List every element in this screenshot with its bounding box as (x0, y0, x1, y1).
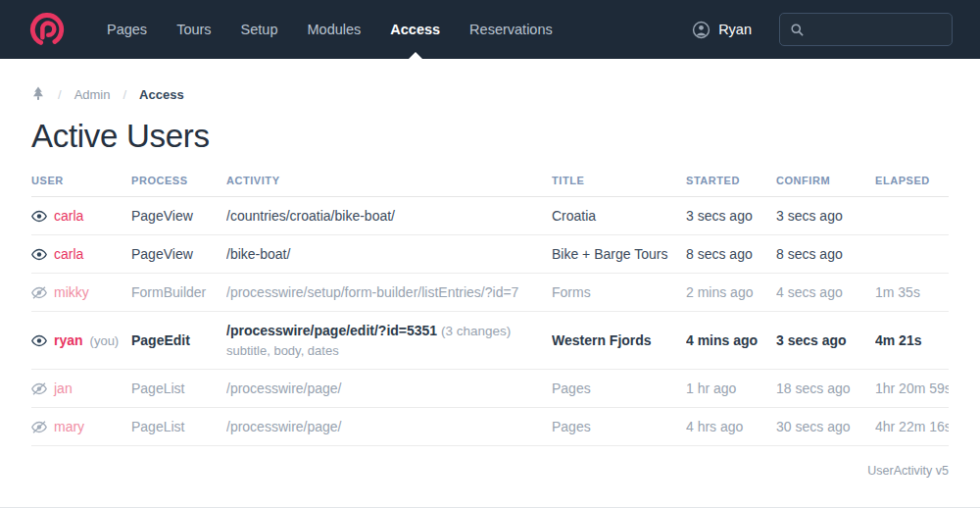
table-row: carla PageView /bike-boat/ Bike + Barge … (31, 235, 949, 274)
user-cell: mary (31, 419, 131, 434)
user-name[interactable]: jan (54, 381, 73, 396)
activity-sub: subtitle, body, dates (226, 343, 542, 358)
breadcrumb-admin[interactable]: Admin (74, 87, 111, 102)
active-users-table: USER PROCESS ACTIVITY TITLE STARTED CONF… (31, 175, 949, 446)
eye-slash-icon (31, 382, 47, 395)
started-cell: 3 secs ago (686, 208, 776, 224)
eye-slash-icon (31, 421, 47, 433)
title-cell: Croatia (552, 208, 686, 224)
activity-cell: /processwire/page/ (226, 419, 552, 434)
elapsed-cell: 4m 21s (875, 332, 949, 348)
top-navbar: Pages Tours Setup Modules Access Reserva… (0, 0, 980, 59)
process-cell: PageEdit (131, 332, 226, 348)
title-cell: Bike + Barge Tours (552, 246, 686, 262)
activity-path: /countries/croatia/bike-boat/ (226, 208, 395, 224)
started-cell: 2 mins ago (686, 284, 776, 300)
eye-slash-icon (31, 286, 47, 299)
process-cell: PageList (131, 419, 226, 434)
nav-item-label: Pages (107, 22, 147, 37)
title-cell: Forms (552, 284, 686, 300)
user-cell: jan (31, 381, 131, 396)
activity-path: /processwire/page/ (226, 381, 342, 396)
confirm-cell: 4 secs ago (776, 284, 875, 300)
title-cell: Pages (552, 419, 686, 434)
page-footer: UserActivity v5 (0, 446, 980, 478)
user-menu[interactable]: Ryan (692, 21, 752, 39)
main-nav: Pages Tours Setup Modules Access Reserva… (92, 0, 567, 59)
nav-item-label: Setup (241, 22, 278, 37)
activity-note: (3 changes) (441, 324, 511, 338)
started-cell: 4 hrs ago (686, 419, 776, 434)
search-input[interactable] (812, 22, 942, 37)
confirm-cell: 18 secs ago (776, 381, 875, 396)
avatar-icon (692, 21, 710, 39)
page-title: Active Users (0, 102, 980, 175)
user-cell: ryan (you) (31, 332, 131, 348)
activity-path: /bike-boat/ (226, 246, 290, 262)
title-cell: Western Fjords (552, 332, 686, 348)
process-cell: PageView (131, 246, 226, 262)
breadcrumb: / Admin / Access (0, 59, 980, 102)
search-box[interactable] (779, 13, 953, 46)
process-cell: FormBuilder (131, 284, 226, 300)
started-cell: 4 mins ago (686, 332, 776, 348)
nav-item-reservations[interactable]: Reservations (455, 0, 567, 59)
nav-item-label: Access (390, 22, 440, 37)
user-cell: carla (31, 208, 131, 224)
col-header-elapsed[interactable]: ELAPSED (875, 175, 949, 186)
breadcrumb-separator: / (122, 87, 126, 102)
elapsed-cell: 1m 35s (875, 284, 949, 300)
process-cell: PageView (131, 208, 226, 224)
started-cell: 8 secs ago (686, 246, 776, 262)
started-cell: 1 hr ago (686, 381, 776, 396)
user-name[interactable]: carla (54, 208, 83, 224)
table-row: mary PageList /processwire/page/ Pages 4… (31, 408, 949, 446)
activity-path: /processwire/page/edit/?id=5351 (226, 323, 437, 338)
activity-path: /processwire/page/ (226, 419, 342, 434)
nav-item-setup[interactable]: Setup (226, 0, 293, 59)
nav-item-tours[interactable]: Tours (162, 0, 225, 59)
table-row: jan PageList /processwire/page/ Pages 1 … (31, 370, 949, 408)
process-cell: PageList (131, 381, 226, 396)
user-cell: carla (31, 246, 131, 262)
confirm-cell: 3 secs ago (776, 332, 875, 348)
col-header-started[interactable]: STARTED (686, 175, 776, 186)
nav-item-label: Reservations (469, 22, 553, 37)
col-header-title[interactable]: TITLE (552, 175, 686, 186)
confirm-cell: 3 secs ago (776, 208, 875, 224)
nav-item-label: Tours (176, 22, 211, 37)
activity-path: /processwire/setup/form-builder/listEntr… (226, 284, 518, 300)
breadcrumb-separator: / (58, 87, 62, 102)
user-name[interactable]: mikky (54, 284, 89, 300)
col-header-confirm[interactable]: CONFIRM (776, 175, 875, 186)
tree-icon[interactable] (31, 86, 45, 102)
confirm-cell: 30 secs ago (776, 419, 875, 434)
nav-item-label: Modules (308, 22, 362, 37)
user-name[interactable]: carla (54, 246, 83, 262)
activity-cell: /processwire/setup/form-builder/listEntr… (226, 284, 552, 300)
processwire-logo-icon[interactable] (29, 11, 67, 48)
elapsed-cell: 4hr 22m 16s (875, 419, 949, 434)
module-version-label: UserActivity v5 (867, 464, 949, 478)
activity-cell: /countries/croatia/bike-boat/ (226, 208, 552, 224)
table-row: mikky FormBuilder /processwire/setup/for… (31, 274, 949, 312)
nav-item-access[interactable]: Access (375, 0, 455, 59)
activity-cell: /processwire/page/edit/?id=5351 (3 chang… (226, 323, 552, 358)
col-header-user[interactable]: USER (31, 175, 131, 186)
col-header-process[interactable]: PROCESS (131, 175, 226, 186)
user-name[interactable]: mary (54, 419, 84, 434)
eye-icon (31, 248, 47, 261)
elapsed-cell: 1hr 20m 59s (875, 381, 949, 396)
search-icon (790, 23, 805, 37)
breadcrumb-access: Access (139, 87, 184, 102)
title-cell: Pages (552, 381, 686, 396)
nav-item-modules[interactable]: Modules (293, 0, 376, 59)
user-name[interactable]: ryan (54, 332, 83, 348)
user-cell: mikky (31, 284, 131, 300)
col-header-activity[interactable]: ACTIVITY (226, 175, 552, 186)
confirm-cell: 8 secs ago (776, 246, 875, 262)
active-tab-caret (409, 52, 422, 59)
eye-icon (31, 334, 47, 347)
table-row: ryan (you) PageEdit /processwire/page/ed… (31, 312, 949, 370)
nav-item-pages[interactable]: Pages (92, 0, 162, 59)
